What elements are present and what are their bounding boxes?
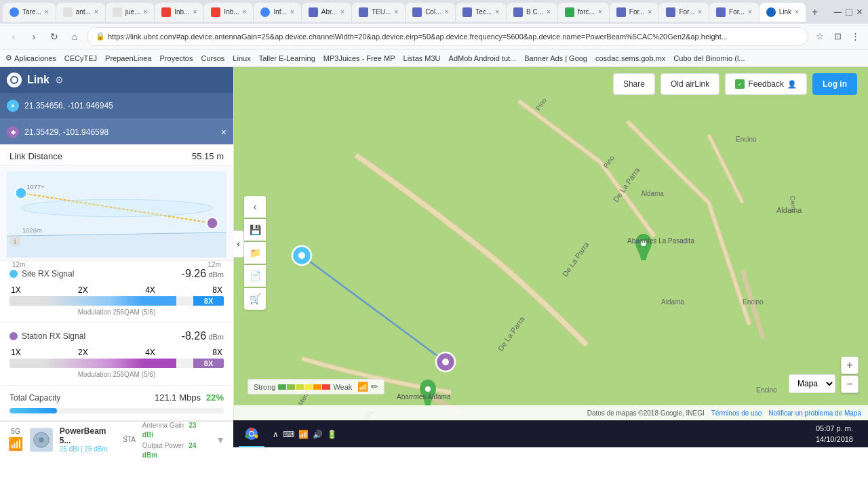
svg-point-15 bbox=[298, 252, 305, 259]
tab-inb1[interactable]: Inb...× bbox=[155, 3, 203, 22]
coord2-text: 21.35429, -101.946598 bbox=[24, 127, 108, 137]
bookmark-listas[interactable]: Listas M3U bbox=[403, 54, 441, 62]
tray-battery[interactable]: 🔋 bbox=[327, 430, 337, 439]
device-antenna-info: Antenna Gain 23 dBi Output Power 24 dBm bbox=[142, 420, 209, 460]
bookmark-linux[interactable]: Linux bbox=[233, 54, 250, 62]
settings-icon[interactable]: ⚙ bbox=[55, 75, 64, 85]
close-coord-btn[interactable]: × bbox=[221, 127, 226, 138]
tab-inf[interactable]: Inf...× bbox=[254, 3, 300, 22]
feedback-icon: ✓ bbox=[735, 79, 745, 89]
feedback-button[interactable]: ✓ Feedback 👤 bbox=[725, 73, 807, 95]
old-airlink-button[interactable]: Old airLink bbox=[660, 73, 719, 95]
station-rx-section: Station RX Signal -8.26 dBm 1X 2X 4X 8X … bbox=[0, 323, 233, 386]
tray-wifi[interactable]: 📶 bbox=[298, 430, 309, 439]
tick-2x-station: 2X bbox=[78, 348, 88, 357]
tab-tare[interactable]: Tare...× bbox=[3, 3, 56, 22]
bookmark-admob[interactable]: AdMob Android tut... bbox=[449, 54, 517, 62]
forward-btn[interactable]: › bbox=[26, 28, 42, 45]
coord-row-1[interactable]: ● 21.354656, -101.946945 bbox=[0, 93, 233, 119]
bookmark-star[interactable]: ☆ bbox=[812, 29, 827, 44]
site-icon: ● bbox=[7, 100, 19, 112]
tab-col[interactable]: Col...× bbox=[406, 3, 455, 22]
coord-row-2[interactable]: ◈ 21.35429, -101.946598 × bbox=[0, 119, 233, 144]
nav-document-btn[interactable]: 📄 bbox=[244, 265, 266, 287]
device-network-type: 5G bbox=[11, 428, 20, 435]
back-btn[interactable]: ‹ bbox=[5, 28, 22, 45]
cast-btn[interactable]: ⊡ bbox=[830, 29, 845, 44]
home-btn[interactable]: ⌂ bbox=[66, 28, 83, 45]
bookmark-cursos[interactable]: Cursos bbox=[201, 54, 224, 62]
bookmark-prepaenlinea[interactable]: PrepaenLinea bbox=[105, 54, 152, 62]
terms-link[interactable]: Términos de uso bbox=[711, 409, 762, 417]
tick-1x-station: 1X bbox=[11, 348, 21, 357]
legend-strong-color bbox=[278, 384, 286, 390]
profile-svg: 1077+ 1026m bbox=[7, 171, 226, 258]
tray-volume[interactable]: 🔊 bbox=[313, 430, 323, 439]
zoom-out-btn[interactable]: − bbox=[841, 375, 859, 393]
tab-jue[interactable]: jue...× bbox=[106, 3, 155, 22]
login-button[interactable]: Log in bbox=[812, 73, 857, 95]
nav-folder-btn[interactable]: 📁 bbox=[244, 242, 266, 264]
bookmark-mp3[interactable]: MP3Juices - Free MP bbox=[323, 54, 395, 62]
tab-abr[interactable]: Abr...× bbox=[302, 3, 351, 22]
close-btn[interactable]: × bbox=[856, 6, 863, 18]
sidebar-nav: ‹ 💾 📁 📄 🛒 bbox=[244, 196, 266, 310]
tab-teu[interactable]: TEU...× bbox=[352, 3, 405, 22]
address-bar[interactable]: 🔒 https://link.ubnt.com/#ap.device.anten… bbox=[87, 27, 808, 46]
tab-link[interactable]: Link× bbox=[760, 3, 806, 22]
map-area[interactable]: Share Old airLink ✓ Feedback 👤 Log in bbox=[234, 67, 868, 420]
new-tab-button[interactable]: + bbox=[806, 6, 823, 18]
maximize-btn[interactable]: □ bbox=[846, 6, 852, 18]
reload-btn[interactable]: ↻ bbox=[46, 28, 62, 45]
expand-device-btn[interactable]: ▼ bbox=[216, 434, 225, 445]
station-rx-8x-btn[interactable]: 8X bbox=[193, 359, 224, 368]
tab-bc[interactable]: B C...× bbox=[507, 3, 557, 22]
zoom-in-btn[interactable]: + bbox=[841, 357, 859, 374]
nav-collapse-btn[interactable]: ‹ bbox=[244, 196, 266, 218]
signal-legend: Strong Weak 📶 ✏ bbox=[248, 379, 384, 394]
bookmark-banner[interactable]: Banner Ads | Goog bbox=[524, 54, 587, 62]
collapse-sidebar-btn[interactable]: ‹ bbox=[233, 230, 244, 258]
tray-up-arrow[interactable]: ∧ bbox=[273, 430, 279, 439]
tab-for3[interactable]: For...× bbox=[709, 3, 759, 22]
tray-keyboard[interactable]: ⌨ bbox=[283, 430, 294, 439]
device-network-info: 5G 📶 bbox=[8, 428, 23, 451]
output-power-label: Output Power bbox=[142, 442, 184, 449]
map-select[interactable]: Mapa bbox=[789, 374, 835, 393]
bookmark-cubo[interactable]: Cubo del Binomio (l... bbox=[673, 54, 745, 62]
map-type-dropdown[interactable]: Mapa bbox=[789, 374, 835, 393]
tab-for1[interactable]: For...× bbox=[610, 3, 659, 22]
report-problem-link[interactable]: Notificar un problema de Mapa bbox=[768, 409, 861, 417]
tab-ant[interactable]: ant...× bbox=[56, 3, 105, 22]
svg-point-19 bbox=[425, 386, 431, 392]
bookmark-taller[interactable]: Taller E-Learning bbox=[259, 54, 315, 62]
bookmark-proyectos[interactable]: Proyectos bbox=[160, 54, 193, 62]
tick-2x-site: 2X bbox=[78, 285, 88, 295]
chart-bottom-labels: 12m 12m bbox=[7, 260, 226, 268]
svg-text:Aldama: Aldama bbox=[641, 190, 664, 197]
station-rx-modulation: Modulation 256QAM (5/6) bbox=[9, 371, 224, 378]
nav-cart-btn[interactable]: 🛒 bbox=[244, 288, 266, 310]
chart-info-icon[interactable]: i bbox=[9, 236, 20, 247]
share-button[interactable]: Share bbox=[613, 73, 655, 95]
extensions-btn[interactable]: ⋮ bbox=[848, 29, 863, 44]
capacity-section: Total Capacity 121.1 Mbps 22% bbox=[0, 386, 233, 421]
station-rx-name: Station RX Signal bbox=[22, 331, 85, 341]
show-desktop-btn[interactable] bbox=[859, 421, 863, 448]
device-role: STA bbox=[123, 436, 136, 443]
bookmark-cecytej[interactable]: CECyTEJ bbox=[64, 54, 97, 62]
tick-8x-station: 8X bbox=[212, 348, 222, 357]
tab-inb2[interactable]: Inb...× bbox=[204, 3, 253, 22]
tab-tec[interactable]: Tec...× bbox=[456, 3, 506, 22]
bookmark-cosdac[interactable]: cosdac.sems.gob.mx bbox=[595, 54, 665, 62]
taskbar-app-chrome[interactable] bbox=[239, 422, 264, 447]
site-rx-section: Site RX Signal -9.26 dBm 1X 2X 4X 8X 8X … bbox=[0, 261, 233, 323]
minimize-btn[interactable]: ─ bbox=[834, 6, 842, 18]
bookmark-aplicaciones[interactable]: ⚙Aplicaciones bbox=[5, 54, 56, 62]
tab-for2[interactable]: For...× bbox=[659, 3, 709, 22]
site-rx-8x-btn[interactable]: 8X bbox=[193, 296, 224, 306]
date-display: 14/10/2018 bbox=[816, 434, 853, 445]
tab-forc[interactable]: forc...× bbox=[558, 3, 609, 22]
map-copyright: Datos de mapas ©2018 Google, INEGI bbox=[587, 409, 705, 417]
nav-save-btn[interactable]: 💾 bbox=[244, 219, 266, 241]
